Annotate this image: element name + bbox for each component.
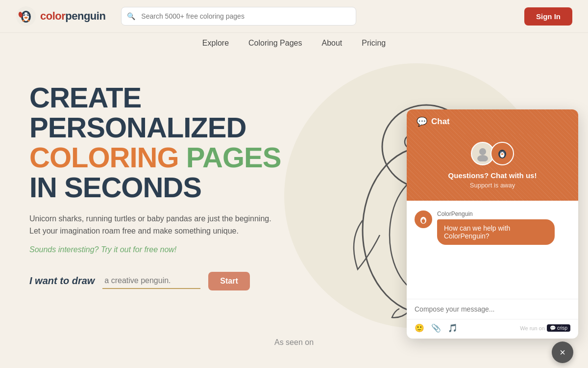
nav-explore[interactable]: Explore	[202, 39, 229, 48]
hero-title-line1: CREATE PERSONALIZED	[29, 83, 323, 143]
chat-header-title: Chat	[431, 117, 450, 127]
svg-point-19	[477, 155, 488, 161]
search-bar: 🔍	[121, 7, 356, 26]
chat-body: ColorPenguin How can we help with ColorP…	[407, 201, 578, 299]
emoji-icon[interactable]: 🙂	[415, 323, 424, 333]
svg-point-29	[422, 218, 423, 220]
nav-coloring-pages[interactable]: Coloring Pages	[248, 39, 302, 48]
svg-point-7	[24, 17, 28, 19]
avatar-penguin	[490, 142, 514, 165]
hero-coloring-word: COLORING	[29, 141, 179, 173]
hero-cta-text: Sounds interesting? Try it out for free …	[29, 245, 323, 254]
chat-question-text: Questions? Chat with us!	[448, 171, 537, 180]
svg-point-26	[501, 154, 504, 155]
close-chat-button[interactable]: ×	[552, 342, 573, 363]
svg-point-18	[479, 148, 486, 155]
attachment-icon[interactable]: 📎	[431, 323, 441, 333]
hero-pages-word: PAGES	[186, 141, 281, 173]
chat-bot-name: ColorPenguin	[437, 210, 555, 217]
chat-footer: 🙂 📎 🎵 We run on 💬 crisp	[407, 319, 578, 339]
search-input[interactable]	[121, 7, 356, 26]
logo-link[interactable]: colorpenguin	[16, 6, 105, 26]
svg-point-5	[24, 14, 24, 15]
nav-about[interactable]: About	[321, 39, 342, 48]
sign-in-button[interactable]: Sign In	[524, 7, 572, 26]
start-button[interactable]: Start	[208, 272, 249, 290]
search-icon: 🔍	[127, 12, 135, 20]
hero-content: CREATE PERSONALIZED COLORING PAGES IN SE…	[29, 73, 323, 328]
chat-input-area	[407, 299, 578, 319]
hero-description: Unicorn sharks, running turtles or baby …	[29, 212, 284, 237]
logo-icon	[16, 6, 36, 26]
chat-compose-input[interactable]	[415, 305, 570, 313]
hero-title-line3: IN SECONDS	[29, 173, 323, 203]
main-nav: Explore Coloring Pages About Pricing	[0, 33, 588, 53]
chat-header-inner: 💬 Chat	[416, 116, 450, 127]
draw-input-wrap	[102, 273, 200, 289]
draw-input[interactable]	[102, 273, 200, 289]
draw-section: I want to draw Start	[29, 272, 323, 290]
chat-support-area: Questions? Chat with us! Support is away	[407, 134, 578, 201]
chat-bubble: How can we help with ColorPenguin?	[437, 219, 555, 245]
chat-widget: 💬 Chat	[407, 109, 578, 339]
svg-point-24	[500, 152, 501, 153]
chat-powered-by: We run on 💬 crisp	[520, 324, 570, 332]
audio-icon[interactable]: 🎵	[448, 323, 458, 333]
chat-bot-avatar	[415, 210, 432, 228]
chat-bubble-icon: 💬	[416, 116, 427, 127]
nav-pricing[interactable]: Pricing	[362, 39, 386, 48]
header: colorpenguin 🔍 Sign In	[0, 0, 588, 33]
chat-header: 💬 Chat	[407, 109, 578, 134]
logo-text: colorpenguin	[40, 10, 105, 23]
chat-footer-icons: 🙂 📎 🎵	[415, 323, 458, 333]
chat-bot-message-wrap: ColorPenguin How can we help with ColorP…	[437, 210, 555, 245]
svg-point-25	[503, 152, 504, 153]
crisp-badge: 💬 crisp	[547, 324, 570, 332]
svg-point-6	[27, 14, 28, 15]
draw-label: I want to draw	[29, 275, 95, 287]
hero-title-line2: COLORING PAGES	[29, 143, 323, 173]
chat-away-status: Support is away	[470, 182, 515, 189]
header-right: Sign In	[524, 7, 572, 26]
chat-message-row: ColorPenguin How can we help with ColorP…	[415, 210, 570, 245]
svg-point-30	[424, 218, 425, 220]
chat-avatars	[471, 142, 514, 165]
